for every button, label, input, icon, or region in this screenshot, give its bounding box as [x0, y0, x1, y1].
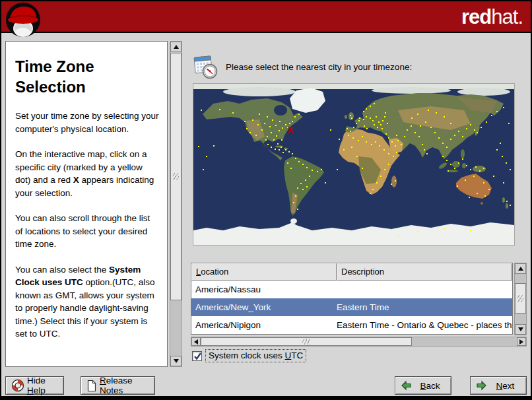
city-dot[interactable] [350, 131, 351, 132]
column-header-location[interactable]: Location [191, 263, 337, 281]
city-dot[interactable] [370, 193, 371, 194]
city-dot[interactable] [444, 228, 445, 230]
city-dot[interactable] [330, 129, 331, 131]
city-dot[interactable] [264, 123, 265, 124]
city-dot[interactable] [370, 117, 371, 119]
city-dot[interactable] [388, 153, 389, 154]
city-dot[interactable] [295, 158, 296, 159]
city-dot[interactable] [448, 170, 449, 172]
city-dot[interactable] [267, 144, 269, 145]
city-dot[interactable] [372, 189, 374, 190]
city-dot[interactable] [293, 202, 294, 203]
city-dot[interactable] [364, 125, 365, 127]
city-dot[interactable] [372, 120, 374, 121]
city-dot[interactable] [376, 182, 378, 183]
city-dot[interactable] [470, 124, 471, 125]
city-dot[interactable] [302, 164, 304, 165]
city-dot[interactable] [292, 121, 293, 122]
city-dot[interactable] [506, 162, 507, 164]
city-dot[interactable] [269, 126, 271, 127]
city-dot[interactable] [466, 165, 467, 166]
column-header-description[interactable]: Description [337, 263, 512, 281]
city-dot[interactable] [395, 145, 396, 147]
city-dot[interactable] [473, 176, 475, 177]
city-dot[interactable] [281, 139, 283, 141]
city-dot[interactable] [491, 115, 492, 116]
city-dot[interactable] [488, 189, 490, 190]
city-dot[interactable] [496, 111, 498, 112]
city-dot[interactable] [484, 195, 486, 197]
city-dot[interactable] [271, 132, 272, 133]
city-dot[interactable] [483, 182, 484, 183]
city-dot[interactable] [383, 149, 385, 150]
city-dot[interactable] [426, 153, 428, 154]
city-dot[interactable] [438, 137, 440, 139]
city-dot[interactable] [502, 156, 503, 157]
city-dot[interactable] [249, 132, 251, 133]
city-dot[interactable] [397, 235, 399, 236]
city-dot[interactable] [279, 149, 280, 150]
city-dot[interactable] [436, 112, 437, 114]
city-dot[interactable] [232, 112, 234, 114]
city-dot[interactable] [417, 231, 418, 232]
city-dot[interactable] [339, 139, 340, 140]
city-dot[interactable] [508, 123, 510, 124]
city-dot[interactable] [510, 205, 511, 206]
city-dot[interactable] [479, 170, 481, 172]
city-dot[interactable] [415, 132, 416, 133]
city-dot[interactable] [391, 141, 393, 143]
city-dot[interactable] [380, 124, 382, 125]
city-dot[interactable] [283, 152, 284, 153]
city-dot[interactable] [309, 176, 310, 177]
table-scroll-up-button[interactable] [515, 263, 526, 274]
city-dot[interactable] [411, 117, 413, 119]
city-dot[interactable] [500, 143, 501, 144]
city-dot[interactable] [391, 230, 392, 231]
city-dot[interactable] [363, 119, 364, 120]
city-dot[interactable] [385, 133, 387, 135]
city-dot[interactable] [292, 153, 293, 154]
city-dot[interactable] [395, 180, 396, 182]
city-dot[interactable] [295, 195, 296, 197]
city-dot[interactable] [277, 143, 279, 145]
city-dot[interactable] [382, 128, 383, 129]
city-dot[interactable] [203, 169, 204, 170]
city-dot[interactable] [351, 147, 352, 148]
city-dot[interactable] [201, 110, 202, 111]
city-dot[interactable] [287, 162, 288, 164]
city-dot[interactable] [379, 145, 380, 147]
table-hscroll-thumb[interactable] [201, 337, 412, 346]
city-dot[interactable] [462, 158, 463, 160]
city-dot[interactable] [470, 169, 471, 170]
table-scroll-right-button[interactable] [517, 337, 526, 346]
city-dot[interactable] [407, 129, 408, 131]
city-dot[interactable] [362, 136, 363, 137]
city-dot[interactable] [358, 140, 359, 141]
city-dot[interactable] [362, 168, 363, 169]
city-dot[interactable] [297, 187, 298, 189]
city-dot[interactable] [457, 185, 458, 187]
city-dot[interactable] [351, 117, 352, 119]
city-dot[interactable] [377, 127, 378, 128]
city-dot[interactable] [496, 149, 498, 150]
city-dot[interactable] [510, 169, 511, 170]
table-row[interactable]: America/New_York Eastern Time [191, 298, 512, 316]
city-dot[interactable] [450, 164, 451, 165]
city-dot[interactable] [363, 111, 364, 112]
city-dot[interactable] [493, 176, 494, 177]
city-dot[interactable] [422, 144, 423, 145]
city-dot[interactable] [370, 106, 371, 107]
city-dot[interactable] [420, 125, 421, 127]
city-dot[interactable] [481, 127, 482, 128]
city-dot[interactable] [404, 136, 405, 137]
city-dot[interactable] [271, 147, 272, 148]
city-dot[interactable] [396, 135, 397, 136]
city-dot[interactable] [393, 156, 394, 157]
back-button[interactable]: Back [395, 376, 451, 395]
city-dot[interactable] [477, 193, 478, 194]
city-dot[interactable] [475, 166, 477, 168]
table-scrollbar-vertical[interactable] [514, 263, 527, 335]
city-dot[interactable] [261, 129, 263, 131]
city-dot[interactable] [503, 107, 504, 108]
city-dot[interactable] [273, 139, 275, 141]
